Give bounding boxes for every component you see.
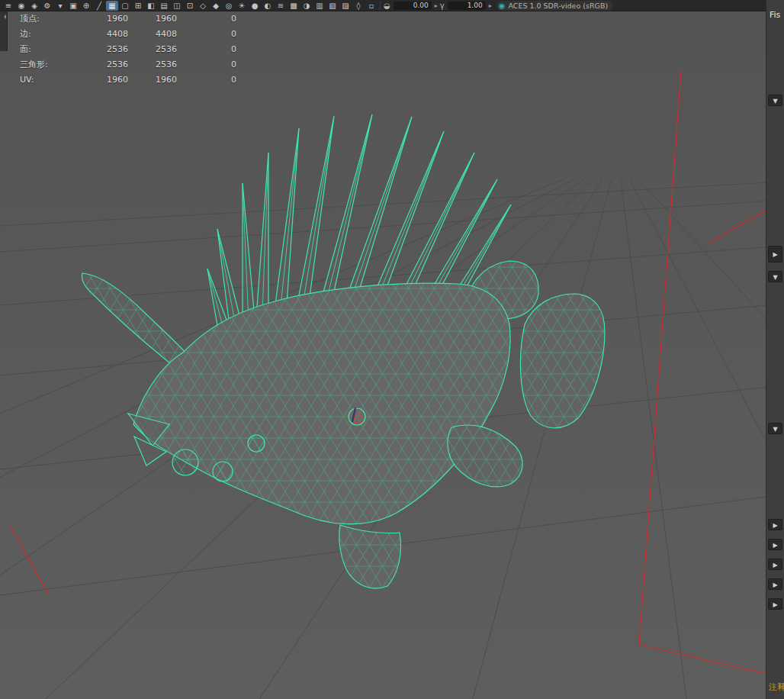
fish-body <box>133 283 510 524</box>
multisampling-icon[interactable]: ▩ <box>288 1 300 11</box>
depth-of-field-icon[interactable]: ◑ <box>300 1 313 11</box>
expand-row-button[interactable]: ▶ <box>768 559 782 570</box>
hud-visible-count: 4408 <box>128 29 177 39</box>
viewport-toolbar: ≡ ◉ ◈ ⚙ ▾ ▣ ⊕ ╱ ▦ ▢ ⊞ ◧ <box>0 0 784 11</box>
hud-total-count: 1960 <box>87 14 128 24</box>
left-toolbar-collapsed[interactable] <box>0 11 8 51</box>
hud-row: 边: 4408 4408 0 <box>20 26 236 41</box>
hud-selected-count: 0 <box>177 60 236 69</box>
menu-icon[interactable]: ≡ <box>2 1 14 11</box>
gamma-field[interactable]: 1.00 <box>448 2 486 10</box>
image-plane-icon[interactable]: ▣ <box>67 1 79 11</box>
hud-total-count: 1960 <box>87 75 128 85</box>
hud-selected-count: 0 <box>177 14 236 24</box>
maya-viewport-window: ≡ ◉ ◈ ⚙ ▾ ▣ ⊕ ╱ ▦ ▢ ⊞ ◧ <box>0 0 784 699</box>
textured-icon[interactable]: ▨ <box>339 1 352 11</box>
safe-action-icon[interactable]: ◫ <box>171 1 183 11</box>
gamma-caret-icon[interactable]: ▸ <box>489 2 492 9</box>
exposure-field[interactable]: 0.00 <box>394 2 432 10</box>
hud-row-label: 顶点: <box>20 13 87 24</box>
plugin-shading-icon[interactable]: ▫ <box>365 1 378 11</box>
wireframe-on-shaded-icon[interactable]: ▧ <box>326 1 339 11</box>
grid-icon[interactable]: ▦ <box>106 1 118 11</box>
isolate-select-icon[interactable]: ◎ <box>223 1 235 11</box>
expand-panel-button[interactable]: ▶ <box>768 246 782 263</box>
right-panel-strip: Fis ▼ ▶ ▼ ▼ ▶ ▶ ▶ ▶ ▶ 注释 <box>766 0 784 699</box>
hud-selected-count: 0 <box>177 44 236 54</box>
hud-total-count: 2536 <box>87 60 128 69</box>
gate-mask-icon[interactable]: ◧ <box>145 1 157 11</box>
hud-row-label: 面: <box>20 43 87 55</box>
exposure-caret-icon[interactable]: ▸ <box>435 2 438 9</box>
hud-row-label: 边: <box>20 28 87 40</box>
select-camera-icon[interactable]: ◉ <box>15 1 27 11</box>
collapse-section-button[interactable]: ▼ <box>768 271 782 282</box>
hud-visible-count: 1960 <box>128 14 177 24</box>
exposure-icon[interactable]: ◒ <box>384 2 390 10</box>
view-transform-chip[interactable]: ◉ ACES 1.0 SDR-video (sRGB) <box>496 1 613 11</box>
expand-row-button[interactable]: ▶ <box>768 598 782 610</box>
collapse-section-button[interactable]: ▼ <box>768 95 782 106</box>
hud-row-label: UV: <box>20 75 87 85</box>
toolbar-icon-group: ≡ ◉ ◈ ⚙ ▾ ▣ ⊕ ╱ ▦ ▢ ⊞ ◧ <box>2 1 378 11</box>
view-transform-icon: ◉ <box>499 1 506 11</box>
hud-visible-count: 1960 <box>128 75 177 85</box>
safe-title-icon[interactable]: ⊡ <box>184 1 196 11</box>
fish-tail-fin <box>520 294 605 428</box>
hud-visible-count: 2536 <box>128 44 177 54</box>
hud-selected-count: 0 <box>177 75 236 85</box>
hud-row: 三角形: 2536 2536 0 <box>20 56 236 72</box>
toolbar-separator <box>380 2 381 10</box>
grease-pencil-icon[interactable]: ╱ <box>93 1 105 11</box>
fish-eye <box>349 407 365 425</box>
pan-zoom-icon[interactable]: ⊕ <box>80 1 92 11</box>
viewport-3d[interactable] <box>0 0 784 699</box>
hud-row-label: 三角形: <box>20 59 87 70</box>
bookmarks-icon[interactable]: ▾ <box>54 1 66 11</box>
poly-count-hud: 顶点: 1960 1960 0 边: 4408 4408 0 面: 2536 2… <box>20 11 236 87</box>
hud-total-count: 4408 <box>87 29 128 39</box>
fish-pectoral-fin <box>448 425 522 487</box>
resolution-gate-icon[interactable]: ⊞ <box>132 1 144 11</box>
expand-row-button[interactable]: ▶ <box>768 519 782 530</box>
colorspace-label: ACES 1.0 SDR-video (sRGB) <box>508 1 608 11</box>
field-chart-icon[interactable]: ▤ <box>158 1 170 11</box>
shadows-icon[interactable]: ● <box>249 1 261 11</box>
expand-row-button[interactable]: ▶ <box>768 539 782 550</box>
expand-row-button[interactable]: ▶ <box>768 578 782 590</box>
notes-label: 注释 <box>769 681 784 693</box>
hud-row: UV: 1960 1960 0 <box>20 72 236 87</box>
xray-icon[interactable]: ▥ <box>313 1 326 11</box>
lighting-icon[interactable]: ☀ <box>236 1 248 11</box>
attribute-tab-label[interactable]: Fis <box>770 10 784 20</box>
hud-row: 顶点: 1960 1960 0 <box>20 11 236 26</box>
frame-all-icon[interactable]: ◇ <box>197 1 209 11</box>
motion-blur-icon[interactable]: ≋ <box>275 1 287 11</box>
ambient-occlusion-icon[interactable]: ◐ <box>262 1 274 11</box>
film-gate-icon[interactable]: ▢ <box>119 1 131 11</box>
use-default-material-icon[interactable]: ◊ <box>352 1 365 11</box>
collapse-section-button[interactable]: ▼ <box>768 423 782 434</box>
fish-bottom-fin <box>339 525 401 588</box>
lock-camera-icon[interactable]: ◈ <box>28 1 40 11</box>
hud-visible-count: 2536 <box>128 60 177 69</box>
fish-model[interactable] <box>82 114 605 588</box>
camera-attributes-icon[interactable]: ⚙ <box>41 1 53 11</box>
gamma-icon[interactable]: γ <box>440 2 445 10</box>
hud-row: 面: 2536 2536 0 <box>20 41 236 56</box>
hud-total-count: 2536 <box>87 44 128 54</box>
hud-selected-count: 0 <box>177 29 236 39</box>
frame-selection-icon[interactable]: ◆ <box>210 1 222 11</box>
